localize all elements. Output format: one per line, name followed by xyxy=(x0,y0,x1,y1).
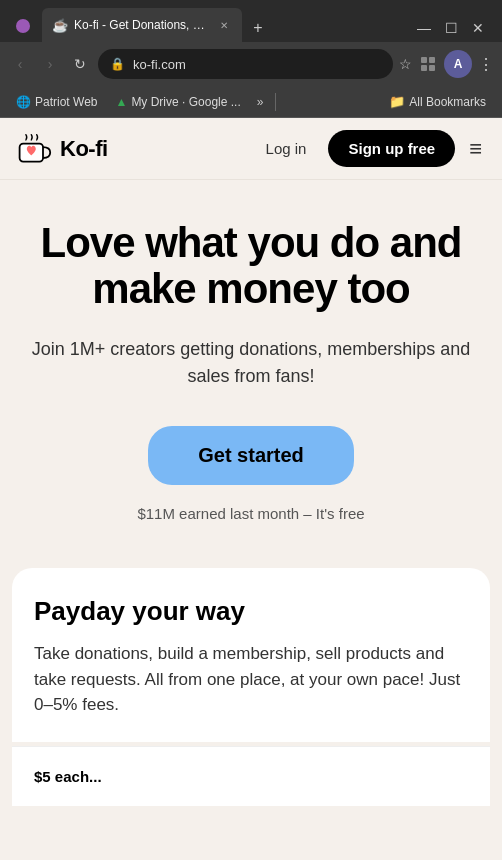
kofi-navbar: Ko-fi Log in Sign up free ≡ xyxy=(0,118,502,180)
forward-button[interactable]: › xyxy=(38,52,62,76)
price-text: $5 each... xyxy=(34,768,102,785)
inactive-tab[interactable] xyxy=(6,10,40,42)
maximize-button[interactable]: ☐ xyxy=(441,18,462,38)
url-text: ko-fi.com xyxy=(133,57,186,72)
address-right-icons: A ⋮ xyxy=(418,50,494,78)
google-drive-favicon: ▲ xyxy=(115,95,127,109)
hero-section: Love what you do and make money too Join… xyxy=(0,180,502,552)
tab-favicon: ☕ xyxy=(52,18,68,33)
address-bar[interactable]: 🔒 ko-fi.com xyxy=(98,49,393,79)
window-controls: — ☐ ✕ xyxy=(405,18,496,38)
my-drive-label: My Drive · Google ... xyxy=(131,95,240,109)
hero-headline: Love what you do and make money too xyxy=(20,220,482,312)
new-tab-button[interactable]: + xyxy=(244,14,272,42)
signup-button[interactable]: Sign up free xyxy=(328,130,455,167)
tab-close-button[interactable]: ✕ xyxy=(216,17,232,33)
browser-window: ☕ Ko-fi - Get Donations, Member... ✕ + —… xyxy=(0,0,502,860)
hero-subtext: Join 1M+ creators getting donations, mem… xyxy=(20,336,482,390)
page-content: Ko-fi Log in Sign up free ≡ Love what yo… xyxy=(0,118,502,860)
svg-rect-1 xyxy=(429,57,435,63)
svg-rect-3 xyxy=(429,65,435,71)
folder-icon: 📁 xyxy=(389,94,405,109)
bottom-partial-card: $5 each... xyxy=(12,746,490,806)
tab-bar: ☕ Ko-fi - Get Donations, Member... ✕ + —… xyxy=(0,0,502,42)
payday-section: Payday your way Take donations, build a … xyxy=(12,568,490,742)
all-bookmarks-label: All Bookmarks xyxy=(409,95,486,109)
bookmarks-bar: 🌐 Patriot Web ▲ My Drive · Google ... » … xyxy=(0,86,502,118)
kofi-cup-icon xyxy=(16,131,52,167)
bookmark-patriot-web[interactable]: 🌐 Patriot Web xyxy=(8,93,105,111)
address-bar-row: ‹ › ↻ 🔒 ko-fi.com ☆ A ⋮ xyxy=(0,42,502,86)
back-button[interactable]: ‹ xyxy=(8,52,32,76)
kofi-logo[interactable]: Ko-fi xyxy=(16,131,254,167)
svg-rect-2 xyxy=(421,65,427,71)
close-button[interactable]: ✕ xyxy=(468,18,488,38)
payday-title: Payday your way xyxy=(34,596,468,627)
browser-menu-button[interactable]: ⋮ xyxy=(478,55,494,74)
patriot-web-favicon: 🌐 xyxy=(16,95,31,109)
login-button[interactable]: Log in xyxy=(254,132,319,165)
patriot-web-label: Patriot Web xyxy=(35,95,97,109)
earned-text: $11M earned last month – It's free xyxy=(20,505,482,522)
active-tab[interactable]: ☕ Ko-fi - Get Donations, Member... ✕ xyxy=(42,8,242,42)
bookmarks-separator xyxy=(275,93,276,111)
extensions-icon[interactable] xyxy=(419,55,437,73)
get-started-button[interactable]: Get started xyxy=(148,426,354,485)
all-bookmarks-folder[interactable]: 📁 All Bookmarks xyxy=(381,92,494,111)
hamburger-menu-icon[interactable]: ≡ xyxy=(465,132,486,166)
profile-avatar[interactable]: A xyxy=(444,50,472,78)
refresh-button[interactable]: ↻ xyxy=(68,52,92,76)
kofi-wordmark: Ko-fi xyxy=(60,136,108,162)
bookmark-star-icon[interactable]: ☆ xyxy=(399,56,412,72)
nav-actions: Log in Sign up free ≡ xyxy=(254,130,486,167)
payday-text: Take donations, build a membership, sell… xyxy=(34,641,468,718)
minimize-button[interactable]: — xyxy=(413,18,435,38)
tab-title: Ko-fi - Get Donations, Member... xyxy=(74,18,210,32)
bookmarks-more-button[interactable]: » xyxy=(251,93,270,111)
svg-rect-0 xyxy=(421,57,427,63)
bookmark-my-drive[interactable]: ▲ My Drive · Google ... xyxy=(107,93,248,111)
